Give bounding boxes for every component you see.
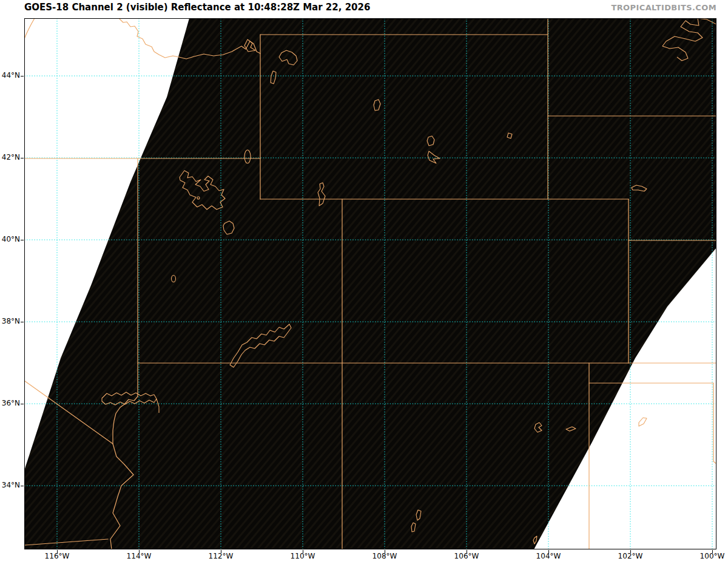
- y-tick-mark: [21, 404, 24, 404]
- lake-meredith: [639, 418, 647, 426]
- y-tick-mark: [21, 158, 24, 158]
- page-title: GOES-18 Channel 2 (visible) Reflectance …: [24, 2, 370, 13]
- y-tick-label: 34°N: [0, 481, 20, 489]
- y-tick-label: 36°N: [0, 399, 20, 407]
- y-tick-label: 38°N: [0, 317, 20, 325]
- y-tick-label: 42°N: [0, 153, 20, 161]
- x-tick-label: 114°W: [127, 552, 152, 560]
- watermark: TROPICALTIDBITS.COM: [611, 3, 716, 12]
- map-canvas: [24, 18, 716, 549]
- y-tick-mark: [21, 76, 24, 76]
- oregon-idaho-snake-river-border: [24, 18, 35, 39]
- x-tick-label: 100°W: [700, 552, 725, 560]
- x-tick-label: 106°W: [454, 552, 479, 560]
- y-tick-label: 40°N: [0, 235, 20, 243]
- y-tick-label: 44°N: [0, 71, 20, 80]
- satellite-figure: GOES-18 Channel 2 (visible) Reflectance …: [0, 0, 728, 564]
- x-tick-label: 112°W: [209, 552, 234, 560]
- x-tick-label: 104°W: [536, 552, 561, 560]
- satellite-scan-area: [24, 18, 716, 549]
- x-tick-label: 110°W: [291, 552, 315, 560]
- y-tick-mark: [21, 322, 24, 322]
- y-tick-mark: [21, 486, 24, 486]
- x-tick-label: 102°W: [618, 552, 643, 560]
- y-tick-mark: [21, 240, 24, 240]
- x-tick-label: 108°W: [372, 552, 397, 560]
- x-tick-label: 116°W: [45, 552, 70, 560]
